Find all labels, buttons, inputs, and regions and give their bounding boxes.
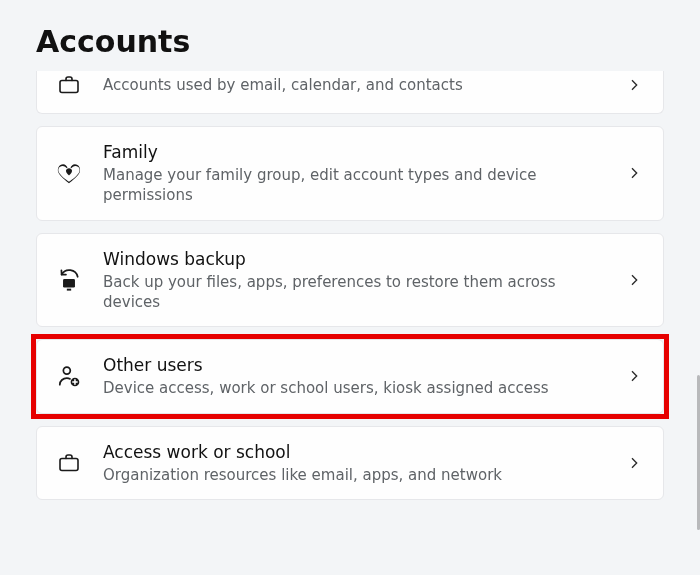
chevron-right-icon	[623, 74, 645, 96]
settings-item-other-users[interactable]: Other users Device access, work or schoo…	[36, 339, 664, 413]
settings-item-access-work-school[interactable]: Access work or school Organization resou…	[36, 426, 664, 500]
family-heart-icon	[55, 159, 83, 187]
svg-rect-5	[60, 458, 78, 470]
svg-point-3	[63, 367, 70, 374]
item-title: Family	[103, 141, 603, 163]
other-users-icon	[55, 362, 83, 390]
chevron-right-icon	[623, 452, 645, 474]
settings-item-windows-backup[interactable]: Windows backup Back up your files, apps,…	[36, 233, 664, 328]
item-text: Accounts used by email, calendar, and co…	[103, 75, 603, 95]
chevron-right-icon	[623, 269, 645, 291]
settings-list: Accounts used by email, calendar, and co…	[36, 73, 664, 500]
briefcase-icon	[55, 71, 83, 99]
item-title: Windows backup	[103, 248, 603, 270]
svg-rect-0	[60, 81, 78, 93]
settings-item-email-accounts[interactable]: Accounts used by email, calendar, and co…	[36, 71, 664, 114]
item-desc: Organization resources like email, apps,…	[103, 465, 603, 485]
chevron-right-icon	[623, 162, 645, 184]
item-title: Access work or school	[103, 441, 603, 463]
settings-item-family[interactable]: Family Manage your family group, edit ac…	[36, 126, 664, 221]
chevron-right-icon	[623, 365, 645, 387]
svg-rect-2	[67, 289, 71, 291]
item-desc: Accounts used by email, calendar, and co…	[103, 75, 603, 95]
item-desc: Back up your files, apps, preferences to…	[103, 272, 603, 313]
item-text: Other users Device access, work or schoo…	[103, 354, 603, 398]
svg-rect-1	[63, 279, 75, 288]
item-text: Windows backup Back up your files, apps,…	[103, 248, 603, 313]
item-text: Family Manage your family group, edit ac…	[103, 141, 603, 206]
item-title: Other users	[103, 354, 603, 376]
item-desc: Manage your family group, edit account t…	[103, 165, 603, 206]
item-text: Access work or school Organization resou…	[103, 441, 603, 485]
page-title: Accounts	[36, 0, 664, 73]
backup-sync-icon	[55, 266, 83, 294]
item-desc: Device access, work or school users, kio…	[103, 378, 603, 398]
briefcase-icon	[55, 449, 83, 477]
